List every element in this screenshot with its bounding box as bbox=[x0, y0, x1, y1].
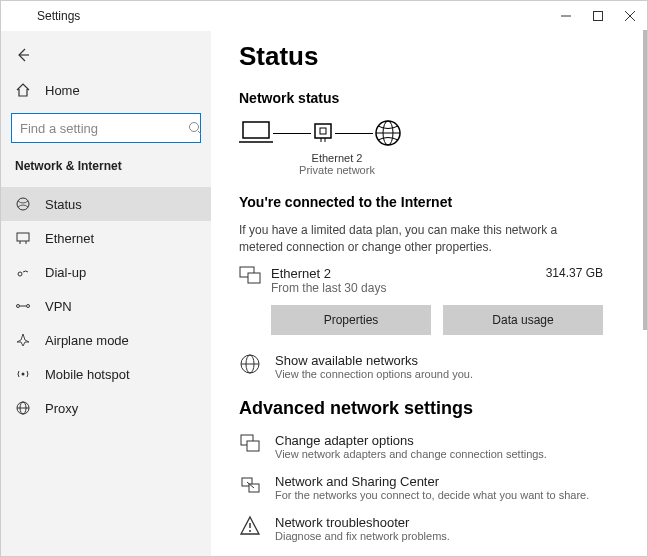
scrollbar-thumb[interactable] bbox=[643, 30, 647, 330]
window-title: Settings bbox=[37, 9, 80, 23]
sidebar-item-label: Airplane mode bbox=[45, 333, 129, 348]
search-icon bbox=[188, 121, 202, 135]
svg-point-13 bbox=[27, 305, 30, 308]
troubleshooter-name: Network troubleshooter bbox=[275, 515, 450, 530]
sidebar-item-hotspot[interactable]: Mobile hotspot bbox=[1, 357, 211, 391]
change-adapter-name: Change adapter options bbox=[275, 433, 547, 448]
sidebar-item-status[interactable]: Status bbox=[1, 187, 211, 221]
svg-rect-22 bbox=[320, 128, 326, 134]
svg-rect-19 bbox=[243, 122, 269, 138]
sidebar-item-label: Ethernet bbox=[45, 231, 94, 246]
main-panel: Status Network status Ethernet 2 Private… bbox=[211, 31, 647, 556]
sidebar-item-dialup[interactable]: Dial-up bbox=[1, 255, 211, 289]
svg-rect-21 bbox=[315, 124, 331, 138]
back-button[interactable] bbox=[1, 39, 211, 73]
warning-icon bbox=[239, 515, 261, 537]
troubleshooter-row[interactable]: Network troubleshooter Diagnose and fix … bbox=[239, 515, 623, 542]
sharing-center-row[interactable]: Network and Sharing Center For the netwo… bbox=[239, 474, 623, 501]
svg-point-12 bbox=[17, 305, 20, 308]
ethernet-icon bbox=[15, 230, 31, 246]
svg-point-5 bbox=[190, 123, 199, 132]
adapter-options-icon bbox=[239, 433, 261, 455]
page-title: Status bbox=[239, 41, 623, 72]
category-heading: Network & Internet bbox=[1, 155, 211, 187]
back-arrow-icon bbox=[15, 47, 31, 63]
maximize-button[interactable] bbox=[591, 9, 605, 23]
sidebar-item-vpn[interactable]: VPN bbox=[1, 289, 211, 323]
home-icon bbox=[15, 82, 31, 98]
svg-point-7 bbox=[17, 198, 29, 210]
sidebar-item-label: Status bbox=[45, 197, 82, 212]
sidebar-item-proxy[interactable]: Proxy bbox=[1, 391, 211, 425]
sharing-name: Network and Sharing Center bbox=[275, 474, 589, 489]
svg-rect-34 bbox=[247, 441, 259, 451]
globe-icon bbox=[373, 118, 403, 148]
svg-point-15 bbox=[22, 373, 25, 376]
adapter-stat-row: Ethernet 2 From the last 30 days 314.37 … bbox=[239, 266, 623, 295]
change-adapter-sub: View network adapters and change connect… bbox=[275, 448, 547, 460]
sidebar-item-label: Dial-up bbox=[45, 265, 86, 280]
svg-rect-29 bbox=[248, 273, 260, 283]
show-networks-name: Show available networks bbox=[275, 353, 473, 368]
titlebar: Settings bbox=[1, 1, 647, 31]
sidebar-item-airplane[interactable]: Airplane mode bbox=[1, 323, 211, 357]
hotspot-icon bbox=[15, 366, 31, 382]
connected-description: If you have a limited data plan, you can… bbox=[239, 222, 599, 256]
search-box[interactable] bbox=[11, 113, 201, 143]
vpn-icon bbox=[15, 298, 31, 314]
advanced-heading: Advanced network settings bbox=[239, 398, 623, 419]
show-networks-sub: View the connection options around you. bbox=[275, 368, 473, 380]
data-usage-value: 314.37 GB bbox=[546, 266, 623, 280]
properties-button[interactable]: Properties bbox=[271, 305, 431, 335]
home-label: Home bbox=[45, 83, 80, 98]
network-diagram bbox=[239, 118, 623, 148]
network-status-heading: Network status bbox=[239, 90, 623, 106]
computer-icon bbox=[239, 118, 273, 148]
data-usage-button[interactable]: Data usage bbox=[443, 305, 603, 335]
adapter-icon bbox=[311, 118, 335, 148]
change-adapter-row[interactable]: Change adapter options View network adap… bbox=[239, 433, 623, 460]
sharing-icon bbox=[239, 474, 261, 496]
svg-point-11 bbox=[18, 272, 22, 276]
troubleshooter-sub: Diagnose and fix network problems. bbox=[275, 530, 450, 542]
adapter-name: Ethernet 2 bbox=[271, 266, 386, 281]
adapter-sub: From the last 30 days bbox=[271, 281, 386, 295]
connected-heading: You're connected to the Internet bbox=[239, 194, 623, 210]
close-button[interactable] bbox=[623, 9, 637, 23]
svg-line-6 bbox=[198, 131, 201, 134]
sidebar-item-ethernet[interactable]: Ethernet bbox=[1, 221, 211, 255]
airplane-icon bbox=[15, 332, 31, 348]
search-input[interactable] bbox=[20, 121, 188, 136]
svg-rect-1 bbox=[594, 12, 603, 21]
sidebar-item-label: VPN bbox=[45, 299, 72, 314]
monitor-icon bbox=[239, 266, 259, 286]
status-icon bbox=[15, 196, 31, 212]
diagram-profile: Private network bbox=[297, 164, 377, 176]
scrollbar[interactable] bbox=[643, 30, 647, 557]
dialup-icon bbox=[15, 264, 31, 280]
proxy-icon bbox=[15, 400, 31, 416]
sidebar-item-label: Mobile hotspot bbox=[45, 367, 130, 382]
svg-point-39 bbox=[249, 530, 251, 532]
sidebar: Home Network & Internet Status Ethernet … bbox=[1, 31, 211, 556]
diagram-adapter-name: Ethernet 2 bbox=[312, 152, 363, 164]
show-networks-row[interactable]: Show available networks View the connect… bbox=[239, 353, 623, 380]
minimize-button[interactable] bbox=[559, 9, 573, 23]
home-nav[interactable]: Home bbox=[1, 73, 211, 107]
sharing-sub: For the networks you connect to, decide … bbox=[275, 489, 589, 501]
sidebar-item-label: Proxy bbox=[45, 401, 78, 416]
svg-rect-8 bbox=[17, 233, 29, 241]
globe-small-icon bbox=[239, 353, 261, 375]
